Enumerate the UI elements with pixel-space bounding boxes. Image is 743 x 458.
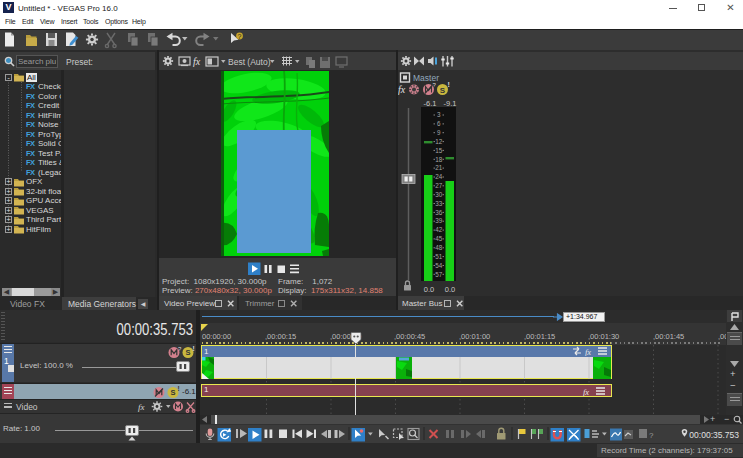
svg-text:S: S: [440, 86, 446, 95]
svg-text:fx: fx: [193, 56, 201, 67]
svg-text:24: 24: [435, 173, 443, 180]
svg-text:?: ?: [649, 431, 654, 440]
svg-text:S: S: [185, 348, 190, 357]
svg-text:3: 3: [437, 111, 441, 118]
svg-text:fx: fx: [398, 84, 406, 95]
svg-text:27: 27: [435, 182, 443, 189]
svg-text:45: 45: [435, 235, 443, 242]
svg-text:!: !: [448, 81, 450, 88]
svg-text:!: !: [193, 346, 195, 352]
svg-text:0.0: 0.0: [424, 285, 434, 294]
svg-text:0.0: 0.0: [445, 285, 455, 294]
svg-text:fx: fx: [138, 402, 145, 412]
svg-text:21: 21: [435, 164, 443, 171]
svg-text:00:00:35.753: 00:00:35.753: [689, 430, 739, 440]
svg-text:39: 39: [435, 217, 443, 224]
svg-text:Best (Auto): Best (Auto): [228, 57, 271, 67]
svg-text:57: 57: [435, 271, 443, 278]
svg-text:?: ?: [178, 346, 182, 352]
svg-text:33: 33: [435, 200, 443, 207]
svg-text:42: 42: [435, 226, 443, 233]
svg-text:48: 48: [435, 244, 443, 251]
svg-text:9: 9: [437, 129, 441, 136]
svg-text:30: 30: [435, 191, 443, 198]
svg-text:fx: fx: [585, 347, 591, 357]
svg-text:6: 6: [437, 120, 441, 127]
svg-text:S: S: [170, 388, 175, 397]
svg-text:!: !: [178, 386, 180, 392]
svg-text:54: 54: [435, 262, 443, 269]
svg-text:18: 18: [435, 156, 443, 163]
svg-text:fx: fx: [583, 386, 589, 396]
svg-text:15: 15: [435, 147, 443, 154]
svg-text:36: 36: [435, 209, 443, 216]
svg-text:?: ?: [238, 33, 242, 40]
svg-text:-9.1: -9.1: [444, 99, 457, 108]
svg-text:-6.1: -6.1: [424, 99, 437, 108]
svg-text:12: 12: [435, 138, 443, 145]
svg-text:51: 51: [435, 253, 443, 260]
